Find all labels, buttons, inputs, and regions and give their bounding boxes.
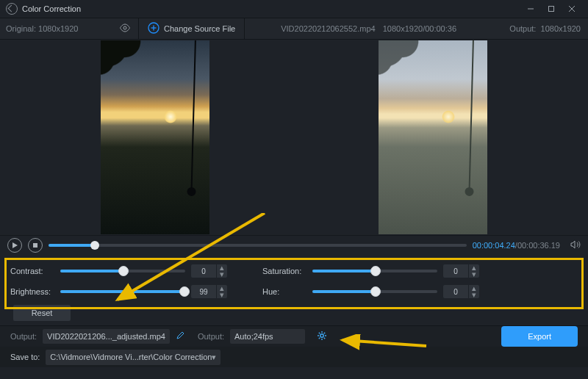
source-toolbar: Original: 1080x1920 Change Source File V… (0, 18, 588, 40)
output-file-field[interactable]: VID2022021206..._adjusted.mp4 (43, 329, 170, 344)
output-settings-icon[interactable] (317, 331, 327, 342)
output-file-label: Output: (10, 332, 37, 341)
saturation-label: Saturation: (262, 267, 306, 275)
change-source-button[interactable]: Change Source File (138, 18, 245, 39)
preview-area (0, 40, 588, 235)
reset-button[interactable]: Reset (13, 305, 71, 321)
svg-marker-8 (12, 242, 18, 248)
maximize-button[interactable] (541, 0, 562, 18)
contrast-slider[interactable] (60, 270, 185, 272)
playback-bar: 00:00:04.24/00:00:36.19 (0, 235, 588, 255)
source-dims: 1080x1920 (383, 24, 423, 33)
svg-point-10 (320, 334, 323, 337)
brightness-label: Brightness: (10, 287, 54, 296)
contrast-value-input[interactable] (191, 267, 216, 276)
save-to-path: C:\Vidmore\Vidmore Vi...rter\Color Corre… (50, 353, 212, 361)
contrast-label: Contrast: (10, 267, 54, 275)
saturation-step-down[interactable]: ▾ (469, 271, 479, 278)
current-time: 00:00:04.24 (473, 241, 515, 250)
chevron-down-icon: ▾ (212, 353, 216, 362)
brightness-slider[interactable] (60, 290, 185, 293)
source-filename: VID20220212062552.mp4 (281, 24, 375, 33)
app-logo-icon (6, 3, 18, 15)
file-info: VID20220212062552.mp4 1080x1920/00:00:36 (245, 24, 492, 33)
hue-slider[interactable] (312, 290, 437, 293)
brightness-value-stepper[interactable]: ▴▾ (191, 285, 227, 298)
edit-output-name-icon[interactable] (176, 331, 184, 342)
close-button[interactable] (562, 0, 582, 18)
brightness-value-input[interactable] (191, 287, 216, 297)
save-to-label: Save to: (10, 353, 40, 361)
color-controls: Contrast: ▴▾ Saturation: ▴▾ Brightness: … (0, 255, 588, 325)
total-time: 00:00:36.19 (517, 241, 560, 250)
hue-step-down[interactable]: ▾ (469, 292, 479, 298)
contrast-value-stepper[interactable]: ▴▾ (191, 264, 227, 278)
timeline-knob[interactable] (90, 241, 99, 250)
output-format-field[interactable]: Auto;24fps (230, 329, 305, 344)
saturation-slider[interactable] (312, 270, 437, 272)
original-label: Original: (6, 24, 36, 33)
save-to-select[interactable]: C:\Vidmore\Vidmore Vi...rter\Color Corre… (46, 350, 220, 365)
output-format-label: Output: (198, 332, 224, 341)
output-dims: 1080x1920 (541, 24, 581, 33)
svg-rect-1 (549, 7, 554, 12)
preview-original (101, 40, 209, 234)
output-bar: Output: VID2022021206..._adjusted.mp4 Ou… (0, 325, 588, 347)
hue-label: Hue: (262, 287, 306, 296)
play-button[interactable] (7, 238, 22, 253)
save-bar: Save to: C:\Vidmore\Vidmore Vi...rter\Co… (0, 347, 588, 367)
brightness-step-down[interactable]: ▾ (217, 292, 227, 298)
toggle-preview-icon[interactable] (119, 24, 131, 34)
svg-point-4 (123, 26, 126, 29)
output-dims-label: Output: (509, 24, 536, 33)
saturation-value-input[interactable] (443, 267, 468, 276)
original-dims: 1080x1920 (38, 24, 78, 33)
app-window: Color Correction Original: 1080x1920 Cha… (0, 0, 588, 379)
export-button[interactable]: Export (501, 326, 578, 347)
change-source-label: Change Source File (164, 24, 235, 33)
hue-value-stepper[interactable]: ▴▾ (443, 285, 479, 298)
title-bar: Color Correction (0, 0, 588, 18)
timeline-slider[interactable] (49, 244, 467, 247)
minimize-button[interactable] (520, 0, 541, 18)
stop-button[interactable] (28, 238, 43, 253)
window-title: Color Correction (22, 4, 81, 13)
volume-icon[interactable] (570, 240, 581, 250)
source-duration: 00:00:36 (425, 24, 456, 33)
plus-icon (148, 22, 159, 35)
contrast-step-down[interactable]: ▾ (217, 271, 227, 278)
svg-rect-9 (33, 243, 37, 248)
saturation-value-stepper[interactable]: ▴▾ (443, 264, 479, 278)
preview-output (379, 40, 487, 234)
hue-value-input[interactable] (443, 287, 468, 297)
